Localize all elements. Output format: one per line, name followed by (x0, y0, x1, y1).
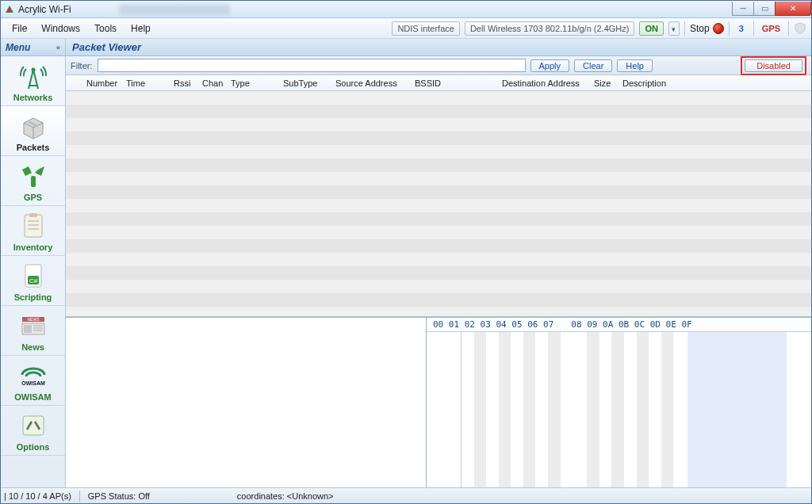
tree-pane[interactable] (66, 318, 427, 487)
th-number[interactable]: Number (82, 78, 121, 88)
sidemenu-label: GPS (2, 193, 63, 202)
detail-pane: 00 01 02 03 04 05 06 07 08 09 0A 0B 0C 0… (66, 317, 811, 487)
clipboard-icon (2, 211, 63, 241)
tools-icon (2, 410, 63, 441)
table-header: Number Time Rssi Chan Type SubType Sourc… (66, 75, 811, 91)
capture-count: 3 (734, 24, 749, 33)
window-title: Acrylic Wi-Fi (18, 4, 71, 15)
th-dst[interactable]: Destination Address (497, 78, 589, 88)
sidemenu-item-owisam[interactable]: OWISAM OWISAM (1, 356, 65, 406)
sidemenu-label: Options (2, 442, 63, 452)
disabled-button[interactable]: Disabled (745, 59, 802, 72)
gps-indicator[interactable]: GPS (759, 24, 783, 33)
sidemenu: Menu « Networks Packets GPS (1, 39, 66, 487)
sidemenu-item-networks[interactable]: Networks (1, 56, 65, 106)
satellite-icon (2, 161, 63, 191)
app-window: Acrylic Wi-Fi ─ ▭ ✕ File Windows Tools H… (0, 0, 812, 504)
th-time[interactable]: Time (121, 78, 169, 88)
sidemenu-label: Networks (2, 93, 63, 102)
collapse-icon: « (56, 44, 60, 52)
hex-grid (462, 332, 811, 487)
svg-rect-7 (25, 215, 42, 237)
on-toggle-dropdown[interactable]: ▾ (668, 21, 680, 36)
sidemenu-item-inventory[interactable]: Inventory (1, 206, 65, 256)
title-blur-region (119, 4, 230, 15)
main-panel: Packet Viewer Filter: Apply Clear Help D… (66, 39, 811, 487)
svg-text:OWISAM: OWISAM (21, 380, 45, 386)
sidemenu-item-news[interactable]: NEWS News (1, 306, 65, 356)
disabled-highlight: Disabled (741, 56, 806, 75)
sidemenu-label: OWISAM (2, 392, 63, 402)
hex-body[interactable] (427, 332, 811, 487)
news-icon: NEWS (2, 311, 63, 341)
sidemenu-item-scripting[interactable]: C# Scripting (1, 256, 65, 306)
window-buttons: ─ ▭ ✕ (733, 2, 811, 17)
hex-header-a: 00 01 02 03 04 05 06 07 (433, 319, 553, 330)
record-icon (713, 23, 724, 34)
filter-input[interactable] (98, 59, 526, 72)
th-size[interactable]: Size (589, 78, 618, 88)
svg-text:C#: C# (29, 277, 37, 284)
menu-windows[interactable]: Windows (35, 20, 86, 37)
sidemenu-header-label: Menu (6, 42, 30, 53)
th-type[interactable]: Type (226, 78, 278, 88)
hex-header: 00 01 02 03 04 05 06 07 08 09 0A 0B 0C 0… (427, 318, 811, 332)
sidemenu-item-gps[interactable]: GPS (1, 156, 65, 206)
stop-label: Stop (690, 23, 710, 34)
filter-label: Filter: (71, 61, 93, 71)
antenna-icon (2, 61, 63, 91)
apply-button[interactable]: Apply (530, 59, 570, 72)
th-subtype[interactable]: SubType (278, 78, 331, 88)
sidemenu-header[interactable]: Menu « (1, 39, 65, 56)
on-toggle[interactable]: ON (639, 21, 664, 36)
menubar: File Windows Tools Help NDIS interface D… (1, 18, 811, 39)
menu-tools[interactable]: Tools (88, 20, 123, 37)
th-rssi[interactable]: Rssi (169, 78, 197, 88)
sidemenu-label: Inventory (2, 242, 63, 252)
sidemenu-label: News (2, 342, 63, 352)
status-gps: GPS Status: Off (88, 491, 150, 501)
separator (753, 21, 754, 36)
minimize-button[interactable]: ─ (732, 2, 754, 16)
clear-button[interactable]: Clear (574, 59, 612, 72)
menu-help[interactable]: Help (124, 20, 157, 37)
separator (788, 21, 789, 36)
interface-dropdown[interactable]: NDIS interface (392, 21, 460, 36)
shield-icon[interactable] (794, 22, 806, 35)
titlebar: Acrylic Wi-Fi ─ ▭ ✕ (1, 1, 811, 18)
app-icon (4, 4, 15, 15)
help-button[interactable]: Help (617, 59, 653, 72)
separator (79, 491, 80, 502)
svg-rect-6 (31, 176, 36, 187)
sidemenu-label: Packets (2, 143, 63, 152)
maximize-button[interactable]: ▭ (753, 2, 776, 16)
close-button[interactable]: ✕ (775, 2, 811, 16)
adapter-dropdown[interactable]: Dell Wireless 1703 802.11b/g/n (2.4GHz) (465, 21, 635, 36)
th-src[interactable]: Source Address (331, 78, 410, 88)
sidemenu-label: Scripting (2, 292, 63, 302)
svg-point-5 (31, 68, 35, 72)
body: Menu « Networks Packets GPS (1, 39, 811, 487)
status-bar: | 10 / 10 / 4 AP(s) GPS Status: Off coor… (1, 487, 811, 503)
sidemenu-item-options[interactable]: Options (1, 406, 65, 456)
hex-pane: 00 01 02 03 04 05 06 07 08 09 0A 0B 0C 0… (427, 318, 811, 487)
menu-file[interactable]: File (6, 20, 33, 37)
svg-rect-18 (24, 325, 32, 333)
script-icon: C# (2, 261, 63, 291)
svg-rect-8 (29, 213, 37, 217)
stop-button[interactable]: Stop (690, 23, 724, 34)
th-bssid[interactable]: BSSID (410, 78, 497, 88)
table-body[interactable] (66, 91, 811, 317)
package-icon (2, 111, 63, 141)
svg-text:NEWS: NEWS (27, 317, 40, 322)
hex-offset-column (427, 332, 462, 487)
hex-header-b: 08 09 0A 0B 0C 0D 0E 0F (571, 319, 691, 330)
separator (684, 21, 685, 36)
sidemenu-item-packets[interactable]: Packets (1, 106, 65, 156)
th-chan[interactable]: Chan (197, 78, 226, 88)
status-aps: | 10 / 10 / 4 AP(s) (4, 491, 71, 501)
separator (729, 21, 730, 36)
svg-rect-23 (23, 416, 44, 435)
status-coords: coordinates: <Unknown> (237, 491, 334, 501)
th-desc[interactable]: Description (618, 78, 811, 88)
